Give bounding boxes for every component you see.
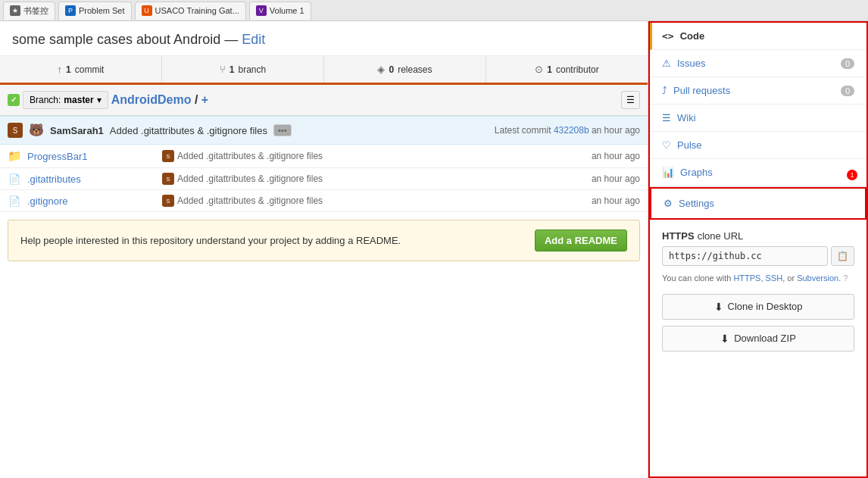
tab-usaco[interactable]: U USACO Training Gat... bbox=[135, 2, 246, 20]
sidebar-item-pull-requests[interactable]: ⤴ Pull requests 0 bbox=[650, 77, 866, 105]
file-author-avatar: S bbox=[162, 150, 174, 162]
contributors-count: 1 bbox=[547, 64, 552, 75]
sidebar-settings-section: ⚙ Settings bbox=[650, 187, 866, 220]
tab-volume[interactable]: V Volume 1 bbox=[249, 2, 311, 20]
file-time-gitignore: an hour ago bbox=[564, 195, 640, 206]
commit-left: S 🐻 SamSarah1 Added .gitattributes & .gi… bbox=[8, 123, 292, 138]
file-name-gitattributes[interactable]: .gitattributes bbox=[27, 173, 156, 185]
clone-title: HTTPS bbox=[662, 230, 695, 242]
branches-icon: ⑂ bbox=[220, 64, 226, 75]
clone-desktop-label: Clone in Desktop bbox=[728, 301, 803, 312]
add-readme-button[interactable]: Add a README bbox=[535, 230, 627, 251]
sidebar-nav-left-issues: ⚠ Issues bbox=[662, 58, 706, 69]
branch-label: Branch: bbox=[30, 95, 61, 105]
commit-right: Latest commit 432208b an hour ago bbox=[495, 125, 640, 136]
file-commit-msg-gitignore: S Added .gitattributes & .gitignore file… bbox=[162, 195, 558, 207]
sidebar-label-graphs: Graphs bbox=[680, 167, 713, 178]
https-link[interactable]: HTTPS bbox=[733, 273, 760, 283]
file-name-progressbar[interactable]: ProgressBar1 bbox=[27, 151, 156, 162]
tab-favicon-problem-set: P bbox=[65, 5, 76, 16]
sidebar-label-wiki: Wiki bbox=[677, 112, 696, 123]
file-name-gitignore[interactable]: .gitignore bbox=[27, 195, 156, 207]
sidebar-item-code[interactable]: <> Code bbox=[650, 23, 866, 50]
repo-path: AndroidDemo / + bbox=[111, 93, 208, 107]
sidebar-item-graphs[interactable]: 📊 Graphs 1 bbox=[650, 159, 866, 186]
branches-count: 1 bbox=[229, 64, 235, 75]
page-title: some sample cases about Android — Edit bbox=[0, 21, 648, 56]
tab-label-problem-set: Problem Set bbox=[79, 6, 125, 15]
repo-description: some sample cases about Android bbox=[12, 32, 220, 47]
repo-name-link[interactable]: AndroidDemo bbox=[111, 93, 192, 106]
graphs-notification-badge: 1 bbox=[847, 170, 857, 180]
ssh-link[interactable]: SSH bbox=[766, 273, 783, 283]
list-view-button[interactable]: ☰ bbox=[621, 91, 640, 109]
latest-commit-label: Latest commit bbox=[495, 125, 551, 136]
doc-icon: 📄 bbox=[8, 173, 21, 185]
file-commit-text-2: Added .gitattributes & .gitignore files bbox=[177, 173, 323, 184]
commits-count: 1 bbox=[66, 64, 71, 75]
commit-time: an hour ago bbox=[592, 125, 640, 136]
file-author-avatar-3: S bbox=[162, 195, 174, 207]
download-zip-button[interactable]: ⬇ Download ZIP bbox=[662, 326, 854, 351]
git-icon: ✓ bbox=[8, 94, 20, 106]
tab-problem-set[interactable]: P Problem Set bbox=[58, 2, 132, 20]
readme-banner: Help people interested in this repositor… bbox=[8, 220, 640, 261]
add-file-link[interactable]: + bbox=[201, 93, 208, 106]
tab-label-usaco: USACO Training Gat... bbox=[155, 6, 239, 15]
commit-hash-link[interactable]: 432208b bbox=[554, 125, 589, 136]
tab-bookmarks[interactable]: ★ 书签控 bbox=[3, 2, 55, 20]
sidebar-item-pulse[interactable]: ♡ Pulse bbox=[650, 132, 866, 159]
commit-message: Added .gitattributes & .gitignore files bbox=[110, 125, 267, 136]
clone-section: HTTPS clone URL 📋 You can clone with HTT… bbox=[650, 220, 866, 368]
contributors-label: contributor bbox=[556, 64, 599, 75]
table-row: 📄 .gitignore S Added .gitattributes & .g… bbox=[0, 190, 648, 212]
sidebar-item-issues[interactable]: ⚠ Issues 0 bbox=[650, 50, 866, 77]
sidebar-item-settings[interactable]: ⚙ Settings bbox=[651, 189, 865, 218]
file-time-gitattributes: an hour ago bbox=[564, 173, 640, 184]
clone-title-row: HTTPS clone URL bbox=[662, 230, 854, 242]
edit-link[interactable]: Edit bbox=[242, 32, 265, 47]
title-separator: — bbox=[224, 32, 242, 47]
branches-stat[interactable]: ⑂ 1 branch bbox=[162, 56, 324, 83]
clone-copy-button[interactable]: 📋 bbox=[831, 246, 854, 266]
sidebar-nav-left-wiki: ☰ Wiki bbox=[662, 112, 696, 123]
releases-stat[interactable]: ◈ 0 releases bbox=[324, 56, 486, 83]
file-table: 📁 ProgressBar1 S Added .gitattributes & … bbox=[0, 145, 648, 212]
clone-desktop-button[interactable]: ⬇ Clone in Desktop bbox=[662, 294, 854, 320]
branch-selector: ✓ Branch: master ▾ AndroidDemo / + bbox=[8, 91, 208, 109]
file-author-avatar-2: S bbox=[162, 173, 174, 185]
commits-stat[interactable]: ↑ 1 commit bbox=[0, 56, 162, 83]
sidebar-nav-left-code: <> Code bbox=[662, 30, 704, 42]
tab-favicon-bookmarks: ★ bbox=[10, 5, 20, 16]
branch-bar: ✓ Branch: master ▾ AndroidDemo / + ☰ bbox=[0, 85, 648, 116]
commits-icon: ↑ bbox=[58, 64, 63, 75]
sidebar-label-settings: Settings bbox=[679, 198, 714, 209]
pull-requests-badge: 0 bbox=[841, 86, 854, 96]
commits-label: commit bbox=[75, 64, 105, 75]
releases-label: releases bbox=[398, 64, 432, 75]
table-row: 📁 ProgressBar1 S Added .gitattributes & … bbox=[0, 145, 648, 168]
commit-dots-button[interactable]: ••• bbox=[273, 124, 292, 136]
clone-desktop-icon: ⬇ bbox=[714, 301, 723, 313]
sidebar-item-wiki[interactable]: ☰ Wiki bbox=[650, 105, 866, 132]
file-commit-text: Added .gitattributes & .gitignore files bbox=[177, 151, 323, 161]
clone-url-input[interactable] bbox=[662, 246, 828, 266]
help-icon[interactable]: ? bbox=[843, 273, 848, 283]
download-zip-icon: ⬇ bbox=[720, 333, 729, 345]
sidebar-nav-left-pulse: ♡ Pulse bbox=[662, 139, 702, 151]
graphs-icon: 📊 bbox=[662, 167, 674, 178]
sidebar-label-issues: Issues bbox=[677, 58, 706, 69]
stats-bar: ↑ 1 commit ⑂ 1 branch ◈ 0 releases ⊙ 1 c… bbox=[0, 56, 648, 85]
tab-label-volume: Volume 1 bbox=[270, 6, 304, 15]
commit-author: SamSarah1 bbox=[50, 125, 104, 136]
issues-icon: ⚠ bbox=[662, 58, 671, 69]
sidebar: <> Code ⚠ Issues 0 ⤴ Pull requests 0 bbox=[648, 21, 868, 478]
subversion-link[interactable]: Subversion bbox=[797, 273, 838, 283]
code-icon: <> bbox=[662, 30, 674, 42]
contributors-stat[interactable]: ⊙ 1 contributor bbox=[486, 56, 648, 83]
branch-dropdown[interactable]: Branch: master ▾ bbox=[23, 91, 108, 109]
author-avatar: S bbox=[8, 123, 23, 138]
tab-favicon-usaco: U bbox=[142, 5, 152, 16]
table-row: 📄 .gitattributes S Added .gitattributes … bbox=[0, 168, 648, 190]
sidebar-nav-left-pulls: ⤴ Pull requests bbox=[662, 85, 730, 96]
